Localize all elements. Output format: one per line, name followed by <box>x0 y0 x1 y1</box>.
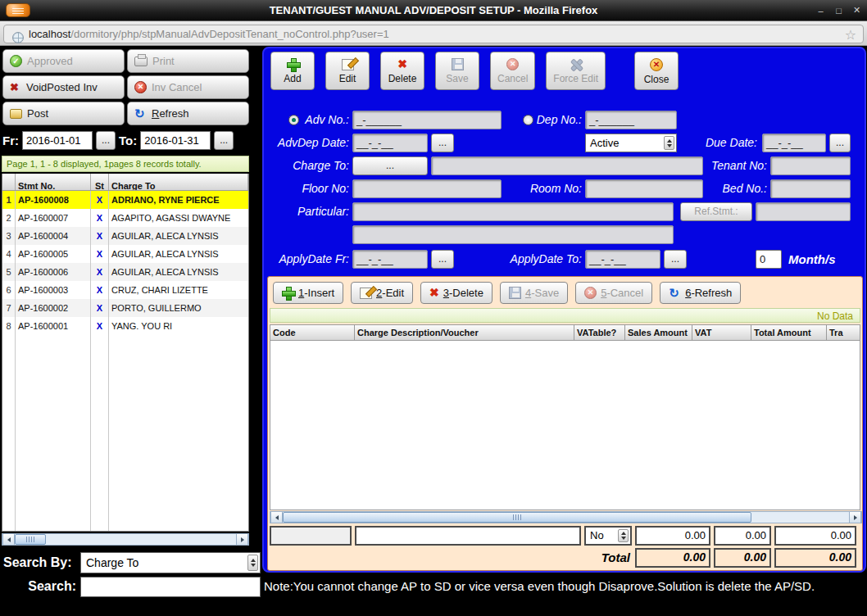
charge-to-cell: AGUILAR, ALECA LYNSIS <box>109 227 248 245</box>
scrollbar-thumb[interactable] <box>15 534 46 545</box>
void-posted-inv-button[interactable]: ✖ VoidPosted Inv <box>2 75 125 99</box>
dep-no-field[interactable]: _-______ <box>585 111 677 129</box>
months-field[interactable]: 0 <box>756 250 782 269</box>
search-input[interactable] <box>80 577 261 597</box>
bookmark-star-icon[interactable]: ☆ <box>845 27 856 43</box>
advdep-date-field[interactable]: __-_-__ <box>352 134 428 152</box>
minimize-button[interactable]: – <box>815 6 826 16</box>
scroll-left-arrow-icon[interactable] <box>2 534 15 545</box>
scroll-right-arrow-icon[interactable] <box>849 512 861 523</box>
table-row[interactable]: 8 AP-1600001 X YANG. YOU RI <box>2 317 248 335</box>
header-sales-amount[interactable]: Sales Amount <box>625 325 692 340</box>
apply-date-fr-label: ApplyDate Fr: <box>264 250 349 269</box>
scroll-left-arrow-icon[interactable] <box>270 512 283 523</box>
delete-button[interactable]: ✖ Delete <box>380 52 424 90</box>
tenant-no-field[interactable] <box>770 156 851 175</box>
save-button[interactable]: Save <box>435 52 479 90</box>
row-number: 8 <box>2 317 16 335</box>
table-row[interactable]: 1 AP-1600008 X ADRIANO, RYNE PIERCE <box>2 191 248 209</box>
table-row[interactable]: 4 AP-1600005 X AGUILAR, ALECA LYNSIS <box>2 245 248 263</box>
header-total-amount[interactable]: Total Amount <box>751 325 827 340</box>
entry-vatable-select[interactable]: No <box>584 526 632 546</box>
date-from-browse-button[interactable]: ... <box>96 131 116 150</box>
approved-button[interactable]: ✓ Approved <box>2 49 125 73</box>
firefox-menu-button[interactable] <box>6 3 30 17</box>
scrollbar-track[interactable] <box>46 534 236 545</box>
save-row-button[interactable]: 4-Save <box>500 282 568 304</box>
header-description[interactable]: Charge Description/Voucher <box>355 325 574 340</box>
post-button[interactable]: Post <box>2 102 125 125</box>
header-stmt-no[interactable]: Stmt No. <box>16 174 91 190</box>
row-number: 1 <box>2 191 16 209</box>
header-code[interactable]: Code <box>270 325 355 340</box>
due-date-field[interactable]: __-_-__ <box>762 134 826 152</box>
close-window-button[interactable]: ✕ <box>851 5 862 16</box>
floor-no-field[interactable] <box>352 179 502 198</box>
header-status[interactable]: St <box>91 174 109 190</box>
date-range-row: Fr: 2016-01-01 ... To: 2016-01-31 ... <box>2 130 249 150</box>
scrollbar-thumb[interactable] <box>283 512 751 523</box>
edit-row-button[interactable]: 2-Edit <box>351 282 413 304</box>
entry-description-field[interactable] <box>355 526 581 546</box>
edit-button[interactable]: Edit <box>325 52 370 90</box>
apply-date-to-field[interactable]: __-_-__ <box>585 250 660 269</box>
table-row[interactable]: 5 AP-1600006 X AGUILAR, ALECA LYNSIS <box>2 263 248 281</box>
entry-code-field[interactable] <box>270 526 352 546</box>
select-stepper[interactable] <box>247 555 258 571</box>
particular-field-2[interactable] <box>352 225 674 244</box>
scroll-right-arrow-icon[interactable] <box>236 534 248 545</box>
add-button[interactable]: Add <box>270 52 315 90</box>
date-to-browse-button[interactable]: ... <box>214 131 234 150</box>
scrollbar-track[interactable] <box>751 512 849 523</box>
entry-vat-field[interactable]: 0.00 <box>714 526 771 546</box>
select-stepper[interactable] <box>618 529 629 542</box>
insert-row-button[interactable]: 1-Insert <box>273 282 343 304</box>
close-button[interactable]: ✕ Close <box>634 52 679 90</box>
charge-to-browse-button[interactable]: ... <box>352 156 428 175</box>
charge-to-cell: CRUZ, CHARI LIZETTE <box>109 281 248 299</box>
print-button[interactable]: Print <box>127 49 249 73</box>
maximize-button[interactable]: □ <box>833 6 844 16</box>
date-to-input[interactable]: 2016-01-31 <box>140 131 211 150</box>
header-tra[interactable]: Tra <box>827 325 860 340</box>
charge-to-field[interactable] <box>431 156 703 175</box>
entry-sales-field[interactable]: 0.00 <box>635 526 710 546</box>
date-from-input[interactable]: 2016-01-01 <box>22 131 93 150</box>
force-edit-button[interactable]: Force Edit <box>546 52 606 90</box>
detail-grid-body[interactable] <box>270 341 860 510</box>
refresh-rows-button[interactable]: ↻ 6-Refresh <box>660 282 741 304</box>
inv-cancel-button[interactable]: ✕ Inv Cancel <box>127 75 249 99</box>
detail-toolbar: 1-Insert 2-Edit ✖ 3-Delete 4-Save ✕ 5-Ca… <box>273 282 741 304</box>
cancel-row-button[interactable]: ✕ 5-Cancel <box>575 282 652 304</box>
header-vatable[interactable]: VATable? <box>574 325 625 340</box>
left-horizontal-scrollbar[interactable] <box>2 533 249 546</box>
window-controls: – □ ✕ <box>815 0 862 20</box>
apply-date-fr-browse-button[interactable]: ... <box>431 250 454 269</box>
address-field[interactable]: localhost/dormitory/php/stpManualAdvDepo… <box>3 25 864 43</box>
delete-row-button[interactable]: ✖ 3-Delete <box>420 282 493 304</box>
header-vat[interactable]: VAT <box>692 325 751 340</box>
apply-date-fr-field[interactable]: __-_-__ <box>352 250 428 269</box>
adv-no-field[interactable]: _-______ <box>352 111 502 129</box>
table-row[interactable]: 6 AP-1600003 X CRUZ, CHARI LIZETTE <box>2 281 248 299</box>
header-charge-to[interactable]: Charge To <box>109 174 248 190</box>
search-by-select[interactable]: Charge To <box>80 552 261 573</box>
table-row[interactable]: 7 AP-1600002 X PORTO, GUILLERMO <box>2 299 248 317</box>
detail-horizontal-scrollbar[interactable] <box>270 511 862 523</box>
cancel-button[interactable]: ✕ Cancel <box>490 52 535 90</box>
apply-date-to-browse-button[interactable]: ... <box>664 250 687 269</box>
select-stepper[interactable] <box>664 136 674 150</box>
refresh-button[interactable]: ↻ Refresh <box>127 102 249 125</box>
due-date-browse-button[interactable]: ... <box>829 134 851 152</box>
room-no-field[interactable] <box>585 179 703 198</box>
particular-field[interactable] <box>352 202 674 221</box>
advdep-date-browse-button[interactable]: ... <box>431 134 454 152</box>
ref-stmt-button[interactable]: Ref.Stmt.: <box>680 202 752 221</box>
bed-no-field[interactable] <box>770 179 851 198</box>
ref-stmt-field[interactable] <box>756 202 851 221</box>
table-row[interactable]: 3 AP-1600004 X AGUILAR, ALECA LYNSIS <box>2 227 248 245</box>
entry-total-field[interactable]: 0.00 <box>774 526 856 546</box>
status-select[interactable]: Active <box>585 134 677 152</box>
table-row[interactable]: 2 AP-1600007 X AGAPITO, AGASSI DWAYNE <box>2 209 248 227</box>
globe-icon[interactable] <box>12 32 24 43</box>
